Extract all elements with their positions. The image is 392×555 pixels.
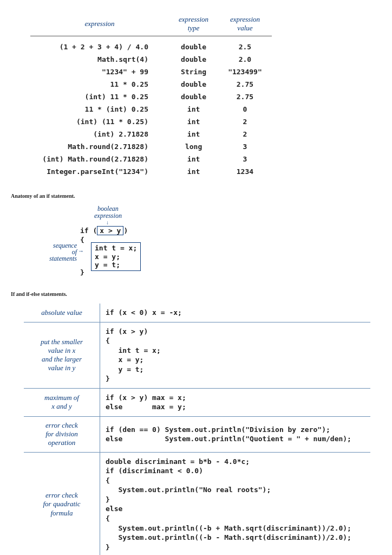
example-code: if (x > y) { int t = x; x = y; y = t; } <box>100 322 371 388</box>
type-cell: double <box>169 78 218 91</box>
value-cell: 3 <box>218 153 272 165</box>
table-row: Math.round(2.71828)long3 <box>30 140 272 153</box>
stmt-line: x = y; <box>95 253 137 261</box>
example-code: double discriminant = b*b - 4.0*c; if (d… <box>100 452 371 555</box>
example-label: absolute value <box>24 304 100 322</box>
value-cell: 2 <box>218 128 272 140</box>
examples-table: absolute valueif (x < 0) x = -x;put the … <box>24 304 370 555</box>
brace-open: { <box>80 236 84 244</box>
value-cell: 1234 <box>218 165 272 178</box>
type-cell: String <box>169 66 218 78</box>
value-cell: 2 <box>218 115 272 128</box>
example-label: error check for division operation <box>24 416 100 452</box>
statements-box: int t = x; x = y; y = t; <box>91 242 141 271</box>
condition-box: x > y <box>97 226 123 235</box>
type-cell: long <box>169 140 218 153</box>
example-label: put the smaller value in x and the large… <box>24 322 100 388</box>
example-label: error check for quadratic formula <box>24 452 100 555</box>
table-header-row: expression expression type expression va… <box>30 13 272 36</box>
expr-cell: Math.round(2.71828) <box>30 140 169 153</box>
value-cell: 3 <box>218 140 272 153</box>
example-row: put the smaller value in x and the large… <box>24 322 370 388</box>
expr-cell: (1 + 2 + 3 + 4) / 4.0 <box>30 41 169 53</box>
anatomy-diagram: boolean expression ↓ if (x > y) { sequen… <box>49 205 211 276</box>
expression-table: expression expression type expression va… <box>30 13 272 178</box>
arrow-right-icon: → <box>78 248 84 254</box>
expr-cell: Integer.parseInt("1234") <box>30 165 169 178</box>
heading-anatomy: Anatomy of an if statement. <box>11 193 381 199</box>
value-cell: 2.75 <box>218 78 272 91</box>
seq-label: sequence of statements <box>38 242 77 262</box>
table-row: (int) 11 * 0.25double2.75 <box>30 91 272 103</box>
table-row: Math.sqrt(4)double2.0 <box>30 53 272 66</box>
example-label: maximum of x and y <box>24 388 100 416</box>
type-cell: double <box>169 41 218 53</box>
value-cell: 2.5 <box>218 41 272 53</box>
table-row: (int) Math.round(2.71828)int3 <box>30 153 272 165</box>
table-row: (int) (11 * 0.25)int2 <box>30 115 272 128</box>
table-row: 11 * (int) 0.25int0 <box>30 103 272 115</box>
value-cell: 2.0 <box>218 53 272 66</box>
if-line: if (x > y) <box>80 226 128 235</box>
value-cell: 2.75 <box>218 91 272 103</box>
table-row: 11 * 0.25double2.75 <box>30 78 272 91</box>
arrow-down-icon: ↓ <box>106 220 109 225</box>
expr-cell: 11 * (int) 0.25 <box>30 103 169 115</box>
expr-cell: Math.sqrt(4) <box>30 53 169 66</box>
type-cell: int <box>169 115 218 128</box>
if-keyword: if ( <box>80 227 97 235</box>
boolexp-label: boolean expression <box>94 205 122 219</box>
example-row: maximum of x and yif (x > y) max = x; el… <box>24 388 370 416</box>
table-row: Integer.parseInt("1234")int1234 <box>30 165 272 178</box>
heading-ifelse: If and if-else statements. <box>11 291 381 297</box>
type-cell: int <box>169 103 218 115</box>
value-cell: "123499" <box>218 66 272 78</box>
table-row: (1 + 2 + 3 + 4) / 4.0double2.5 <box>30 41 272 53</box>
example-row: absolute valueif (x < 0) x = -x; <box>24 304 370 322</box>
example-code: if (x > y) max = x; else max = y; <box>100 388 371 416</box>
brace-close: } <box>80 268 84 276</box>
type-cell: int <box>169 128 218 140</box>
table-row: "1234" + 99String"123499" <box>30 66 272 78</box>
expr-cell: (int) Math.round(2.71828) <box>30 153 169 165</box>
expr-cell: (int) 2.71828 <box>30 128 169 140</box>
example-row: error check for quadratic formuladouble … <box>24 452 370 555</box>
stmt-line: y = t; <box>95 261 137 269</box>
expr-cell: "1234" + 99 <box>30 66 169 78</box>
stmt-line: int t = x; <box>95 244 137 253</box>
col-header-expression: expression <box>30 13 169 36</box>
close-paren: ) <box>123 227 128 235</box>
table-row: (int) 2.71828int2 <box>30 128 272 140</box>
expr-cell: (int) 11 * 0.25 <box>30 91 169 103</box>
col-header-value: expression value <box>218 13 272 36</box>
type-cell: double <box>169 91 218 103</box>
type-cell: int <box>169 153 218 165</box>
example-code: if (den == 0) System.out.println("Divisi… <box>100 416 371 452</box>
expr-cell: 11 * 0.25 <box>30 78 169 91</box>
type-cell: int <box>169 165 218 178</box>
example-code: if (x < 0) x = -x; <box>100 304 371 322</box>
example-row: error check for division operationif (de… <box>24 416 370 452</box>
expr-cell: (int) (11 * 0.25) <box>30 115 169 128</box>
value-cell: 0 <box>218 103 272 115</box>
col-header-type: expression type <box>169 13 218 36</box>
type-cell: double <box>169 53 218 66</box>
